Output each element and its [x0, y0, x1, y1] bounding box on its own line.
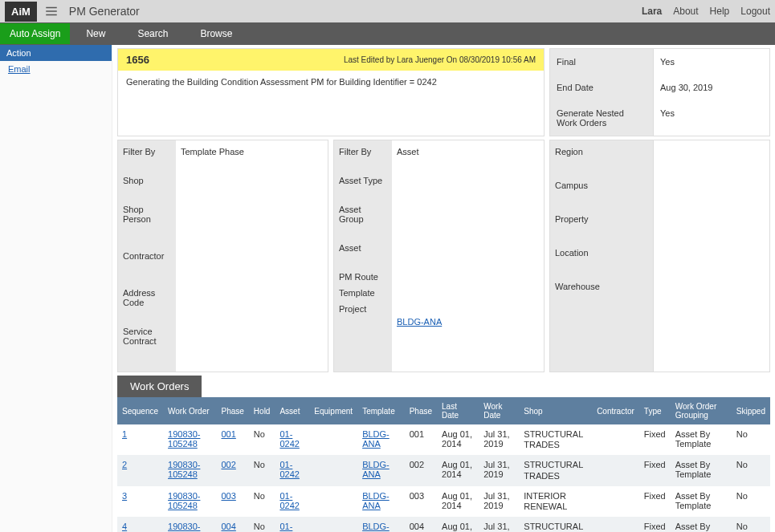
cell-sequence-link[interactable]: 3: [122, 491, 127, 501]
cell-asset-link[interactable]: 01-0242: [279, 522, 299, 532]
page-title: PM Generator: [69, 5, 140, 18]
cell-template-link[interactable]: BLDG-ANA: [362, 460, 390, 479]
menu-search[interactable]: Search: [121, 23, 184, 44]
cell-work-order-link[interactable]: 190830-105248: [168, 491, 200, 510]
label-region: Region: [555, 147, 648, 156]
cell-template-link[interactable]: BLDG-ANA: [362, 491, 390, 510]
cell-skipped: No: [732, 517, 770, 532]
cell-type: Fixed: [639, 455, 671, 485]
label-shop: Shop: [123, 176, 171, 185]
cell-last-date: Aug 01, 2014: [437, 455, 479, 485]
cell-hold: No: [249, 486, 275, 517]
cell-work-order: 190830-105248: [163, 517, 216, 532]
th-template[interactable]: Template: [357, 397, 405, 424]
cell-work-order-link[interactable]: 190830-105248: [168, 522, 200, 532]
cell-asset-link[interactable]: 01-0242: [279, 491, 299, 510]
cell-grouping: Asset By Template: [671, 424, 732, 455]
th-sequence[interactable]: Sequence: [117, 397, 163, 424]
cell-work-order: 190830-105248: [163, 486, 216, 517]
menu-browse[interactable]: Browse: [184, 23, 248, 44]
label-filter-by-2: Filter By: [339, 147, 387, 156]
table-row: 2190830-105248002No01-0242BLDG-ANA002Aug…: [117, 455, 770, 485]
cell-contractor: [592, 486, 639, 517]
app-logo: AiM: [5, 2, 37, 22]
filter-block-left: Filter By Shop Shop Person Contractor Ad…: [117, 140, 328, 372]
label-asset: Asset: [339, 243, 387, 253]
th-asset[interactable]: Asset: [275, 397, 309, 424]
cell-asset-link[interactable]: 01-0242: [279, 429, 299, 449]
cell-template: BLDG-ANA: [357, 517, 405, 532]
cell-sequence-link[interactable]: 4: [122, 522, 127, 531]
cell-sequence: 4: [117, 517, 163, 532]
th-grouping[interactable]: Work Order Grouping: [671, 397, 732, 424]
cell-template: BLDG-ANA: [357, 455, 405, 485]
cell-template: BLDG-ANA: [357, 486, 405, 517]
label-asset-group: Asset Group: [339, 205, 387, 224]
cell-template-link[interactable]: BLDG-ANA: [362, 429, 390, 449]
filter-block-region: Region Campus Property Location Warehous…: [549, 140, 770, 372]
th-shop[interactable]: Shop: [519, 397, 592, 424]
cell-work-order-link[interactable]: 190830-105248: [168, 429, 200, 449]
cell-skipped: No: [732, 424, 770, 455]
th-phase[interactable]: Phase: [216, 397, 248, 424]
th-skipped[interactable]: Skipped: [732, 397, 770, 424]
work-orders-table: Sequence Work Order Phase Hold Asset Equ…: [117, 397, 770, 532]
cell-type: Fixed: [639, 517, 671, 532]
cell-work-order-link[interactable]: 190830-105248: [168, 460, 200, 479]
cell-phase-link[interactable]: 001: [221, 429, 235, 439]
cell-type: Fixed: [639, 424, 671, 455]
cell-grouping: Asset By Template: [671, 455, 732, 485]
cell-last-date: Aug 01, 2014: [437, 424, 479, 455]
cell-sequence-link[interactable]: 1: [122, 429, 127, 439]
label-filter-by: Filter By: [123, 147, 171, 156]
about-link[interactable]: About: [673, 6, 698, 17]
cell-last-date: Aug 01, 2014: [437, 486, 479, 517]
cell-shop: STRUCTURALTRADES: [519, 424, 592, 455]
work-orders-tab[interactable]: Work Orders: [117, 376, 202, 397]
filter-block-mid: Filter By Asset Type Asset Group Asset P…: [333, 140, 545, 372]
th-work-order[interactable]: Work Order: [163, 397, 216, 424]
label-property: Property: [555, 214, 648, 224]
hamburger-icon[interactable]: [40, 0, 63, 22]
cell-template-link[interactable]: BLDG-ANA: [362, 522, 390, 532]
main: Action Email 1656 Last Edited by Lara Ju…: [0, 45, 775, 532]
label-address-code: Address Code: [123, 288, 171, 307]
th-type[interactable]: Type: [639, 397, 671, 424]
th-equipment[interactable]: Equipment: [309, 397, 357, 424]
cell-contractor: [592, 517, 639, 532]
cell-phase: 001: [216, 424, 248, 455]
menu-new[interactable]: New: [70, 23, 121, 44]
cell-asset-link[interactable]: 01-0242: [279, 460, 299, 479]
cell-hold: No: [249, 424, 275, 455]
sidebar-email-link[interactable]: Email: [0, 61, 112, 77]
th-contractor[interactable]: Contractor: [592, 397, 639, 424]
cell-sequence-link[interactable]: 2: [122, 460, 127, 469]
auto-assign-button[interactable]: Auto Assign: [0, 23, 70, 44]
label-project: Project: [339, 304, 387, 314]
user-name[interactable]: Lara: [642, 6, 662, 17]
th-work-date[interactable]: Work Date: [479, 397, 519, 424]
record-id: 1656: [126, 54, 149, 66]
logout-link[interactable]: Logout: [740, 6, 770, 17]
th-phase2[interactable]: Phase: [405, 397, 437, 424]
cell-contractor: [592, 455, 639, 485]
cell-phase-link[interactable]: 004: [221, 522, 235, 531]
th-hold[interactable]: Hold: [249, 397, 275, 424]
info-block: Final End Date Generate Nested Work Orde…: [549, 48, 770, 136]
label-final: Final: [550, 49, 653, 75]
cell-skipped: No: [732, 486, 770, 517]
value-final: Yes: [654, 49, 769, 75]
template-link[interactable]: BLDG-ANA: [397, 317, 442, 327]
cell-template: BLDG-ANA: [357, 424, 405, 455]
cell-phase-link[interactable]: 003: [221, 491, 235, 501]
help-link[interactable]: Help: [710, 6, 730, 17]
label-end-date: End Date: [550, 75, 653, 100]
value-nested: Yes: [654, 100, 769, 126]
th-last-date[interactable]: Last Date: [437, 397, 479, 424]
label-pm-route: PM Route: [339, 272, 387, 282]
cell-phase2: 004: [405, 517, 437, 532]
cell-type: Fixed: [639, 486, 671, 517]
cell-phase-link[interactable]: 002: [221, 460, 235, 469]
record-description: Generating the Building Condition Assess…: [118, 71, 544, 135]
cell-asset: 01-0242: [275, 455, 309, 485]
